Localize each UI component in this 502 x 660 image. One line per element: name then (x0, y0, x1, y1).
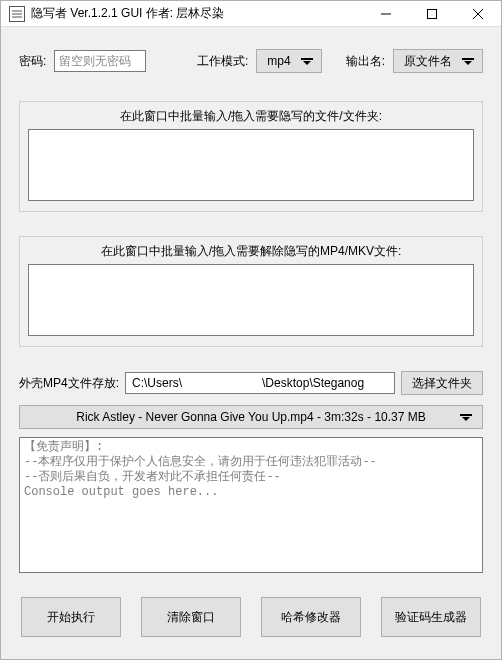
maximize-button[interactable] (409, 1, 455, 26)
clear-button[interactable]: 清除窗口 (141, 597, 241, 637)
shell-path-input[interactable] (125, 372, 395, 394)
path-row: 外壳MP4文件存放: 选择文件夹 (19, 371, 483, 395)
shell-file-row: Rick Astley - Never Gonna Give You Up.mp… (19, 405, 483, 429)
hide-group-caption: 在此窗口中批量输入/拖入需要隐写的文件/文件夹: (28, 108, 474, 125)
unhide-group: 在此窗口中批量输入/拖入需要解除隐写的MP4/MKV文件: (19, 236, 483, 347)
hide-group: 在此窗口中批量输入/拖入需要隐写的文件/文件夹: (19, 101, 483, 212)
client-area: 密码: 工作模式: mp4 输出名: 原文件名 在此窗口中批量输入/拖入需要隐写… (1, 27, 501, 659)
password-label: 密码: (19, 53, 46, 70)
mode-select[interactable]: mp4 (256, 49, 321, 73)
shell-file-select[interactable]: Rick Astley - Never Gonna Give You Up.mp… (19, 405, 483, 429)
chevron-down-icon (460, 413, 472, 421)
chevron-down-icon (462, 57, 474, 65)
top-row: 密码: 工作模式: mp4 输出名: 原文件名 (19, 49, 483, 73)
output-name-value: 原文件名 (404, 53, 452, 70)
svg-rect-2 (428, 9, 437, 18)
app-icon (9, 6, 25, 22)
app-window: 隐写者 Ver.1.2.1 GUI 作者: 层林尽染 密码: 工作模式: mp4 (0, 0, 502, 660)
start-button[interactable]: 开始执行 (21, 597, 121, 637)
minimize-button[interactable] (363, 1, 409, 26)
hide-files-list[interactable] (28, 129, 474, 201)
verify-button[interactable]: 验证码生成器 (381, 597, 481, 637)
close-button[interactable] (455, 1, 501, 26)
unhide-group-caption: 在此窗口中批量输入/拖入需要解除隐写的MP4/MKV文件: (28, 243, 474, 260)
titlebar: 隐写者 Ver.1.2.1 GUI 作者: 层林尽染 (1, 1, 501, 27)
mode-label: 工作模式: (197, 53, 248, 70)
shell-path-label: 外壳MP4文件存放: (19, 375, 119, 392)
chevron-down-icon (301, 57, 313, 65)
bottom-buttons: 开始执行 清除窗口 哈希修改器 验证码生成器 (19, 573, 483, 659)
output-name-label: 输出名: (346, 53, 385, 70)
console-output[interactable]: 【免责声明】: --本程序仅用于保护个人信息安全，请勿用于任何违法犯罪活动-- … (19, 437, 483, 573)
window-controls (363, 1, 501, 26)
shell-file-value: Rick Astley - Never Gonna Give You Up.mp… (76, 410, 426, 424)
output-name-select[interactable]: 原文件名 (393, 49, 483, 73)
password-input[interactable] (54, 50, 146, 72)
mode-select-value: mp4 (267, 54, 290, 68)
hash-button[interactable]: 哈希修改器 (261, 597, 361, 637)
unhide-files-list[interactable] (28, 264, 474, 336)
window-title: 隐写者 Ver.1.2.1 GUI 作者: 层林尽染 (31, 5, 363, 22)
browse-folder-button[interactable]: 选择文件夹 (401, 371, 483, 395)
